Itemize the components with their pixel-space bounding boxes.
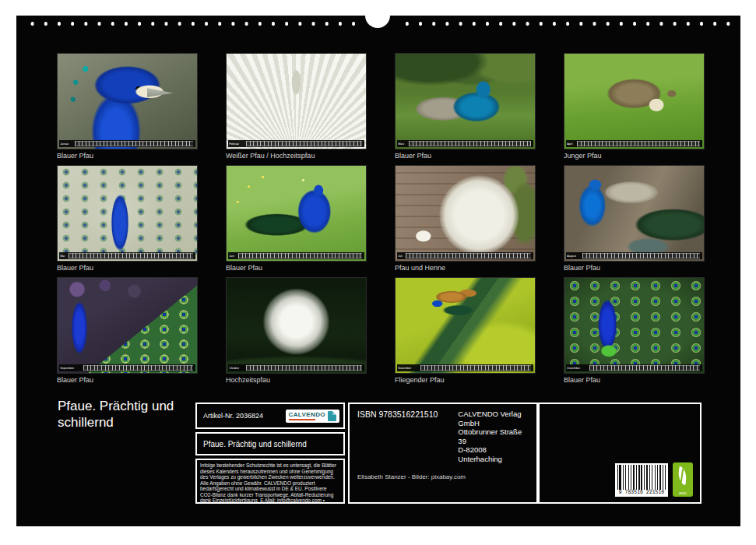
imprint-left-box: Artikel-Nr. 2036824 CALVENDO Pfaue. Präc… <box>195 403 345 504</box>
thumb-caption: Blauer Pfau <box>395 152 536 160</box>
calendar-thumb: Mai Blauer Pfau <box>57 165 198 272</box>
mini-month-label: Oktober <box>228 367 239 370</box>
calendar-thumb: Juli Pfau und Henne <box>395 165 536 272</box>
peacock-photo: Oktober <box>226 277 367 374</box>
mini-calendar-strip: August <box>566 252 702 259</box>
eco-logo: eco <box>673 462 693 497</box>
mini-day-cells <box>589 365 700 371</box>
mini-month-label: Mai <box>59 255 65 258</box>
mini-day-cells <box>582 253 700 258</box>
mini-calendar-strip: Februar <box>228 140 364 147</box>
barcode-group: 9 783516 221510 eco <box>615 462 693 497</box>
calvendo-wordmark: CALVENDO <box>289 412 326 418</box>
calendar-thumb: November Fliegender Pfau <box>395 277 536 385</box>
publisher-name: CALVENDO Verlag GmbH <box>458 410 529 427</box>
calendar-title-line2: schillernd <box>58 414 174 431</box>
peacock-photo: August <box>564 165 705 262</box>
box-calendar-title: Pfaue. Prächtig und schillernd <box>195 432 345 455</box>
calendar-title-line1: Pfaue. Prächtig und <box>58 398 174 414</box>
mini-month-label: September <box>59 367 74 370</box>
barcode-digits: 9 783516 221510 <box>617 490 666 496</box>
mini-day-cells <box>75 141 193 146</box>
calendar-thumb: Dezember Blauer Pfau <box>564 277 705 385</box>
thumb-caption: Hochzeitspfau <box>226 376 367 385</box>
calendar-thumb: Oktober Hochzeitspfau <box>226 277 367 385</box>
peacock-photo: November <box>395 277 536 374</box>
barcode-bars <box>617 465 666 490</box>
mini-day-cells <box>406 253 531 258</box>
article-number-row: Artikel-Nr. 2036824 CALVENDO <box>195 403 345 429</box>
calvendo-tagline-bar <box>289 419 315 420</box>
mini-month-label: November <box>397 367 411 370</box>
thumb-caption: Pfau und Henne <box>395 264 536 272</box>
mini-day-cells <box>577 141 700 146</box>
mini-day-cells <box>69 253 193 258</box>
mini-day-cells <box>246 365 362 371</box>
publisher-address: CALVENDO Verlag GmbH Ottobrunner Straße … <box>458 410 529 463</box>
mini-calendar-strip: März <box>397 140 533 147</box>
peacock-photo: September <box>57 277 198 374</box>
thumb-caption: Junger Pfau <box>564 152 705 160</box>
peacock-photo: Februar <box>226 53 367 149</box>
mini-calendar-strip: Januar <box>59 140 195 147</box>
thumb-caption: Blauer Pfau <box>57 264 198 272</box>
peacock-photo: Juli <box>395 165 536 262</box>
mini-day-cells <box>238 253 362 258</box>
calendar-thumb: September Blauer Pfau <box>57 277 198 385</box>
thumb-caption: Blauer Pfau <box>564 264 705 272</box>
mini-calendar-strip: Juni <box>228 252 364 259</box>
calendar-page-icon <box>328 411 336 421</box>
peacock-photo: Dezember <box>564 277 705 374</box>
mini-calendar-strip: Mai <box>59 252 195 259</box>
calendar-thumb: März Blauer Pfau <box>395 53 536 160</box>
calendar-thumb: Januar Blauer Pfau <box>57 53 198 160</box>
legal-text-box: Infolge bestehender Schutzrechte ist es … <box>195 459 345 504</box>
calvendo-wordmark-wrap: CALVENDO <box>289 412 326 420</box>
calendar-back-sheet: Januar Blauer Pfau Februar Weißer Pfau /… <box>16 16 740 526</box>
mini-calendar-strip: Juli <box>397 252 533 259</box>
mini-month-label: April <box>566 142 573 146</box>
publisher-box: ISBN 9783516221510 CALVENDO Verlag GmbH … <box>348 403 538 504</box>
peacock-photo: Juni <box>226 165 367 262</box>
mini-month-label: Juli <box>397 255 403 258</box>
ean-barcode: 9 783516 221510 <box>615 463 668 497</box>
calendar-thumb: April Junger Pfau <box>564 53 705 160</box>
mini-calendar-strip: November <box>397 364 533 371</box>
mini-month-label: Juni <box>228 255 234 258</box>
barcode-box: 9 783516 221510 eco <box>538 403 701 504</box>
month-thumbnail-grid: Januar Blauer Pfau Februar Weißer Pfau /… <box>57 53 705 385</box>
author-credit: Elisabeth Stanzer - Bilder: pixabay.com <box>357 473 529 480</box>
leaf-icon <box>676 466 690 485</box>
article-number: Artikel-Nr. 2036824 <box>203 412 263 420</box>
thumb-caption: Blauer Pfau <box>57 376 198 385</box>
mini-calendar-strip: Oktober <box>228 364 364 371</box>
mini-day-cells <box>409 141 531 146</box>
legal-text: Infolge bestehender Schutzrechte ist es … <box>200 462 336 504</box>
mini-day-cells <box>420 365 531 371</box>
calvendo-logo: CALVENDO <box>286 410 340 423</box>
isbn: ISBN 9783516221510 <box>357 410 438 463</box>
mini-day-cells <box>83 365 193 371</box>
mini-day-cells <box>246 141 362 146</box>
peacock-photo: März <box>395 53 536 149</box>
mini-month-label: Januar <box>59 142 69 146</box>
calendar-title: Pfaue. Prächtig und schillernd <box>58 398 174 431</box>
peacock-photo: Mai <box>57 165 198 262</box>
mini-month-label: Dezember <box>566 367 580 370</box>
thumb-caption: Fliegender Pfau <box>395 376 536 385</box>
publisher-city: D-82008 Unterhaching <box>458 445 529 463</box>
calendar-thumb: August Blauer Pfau <box>564 165 705 272</box>
mini-calendar-strip: September <box>59 364 195 371</box>
mini-calendar-strip: Dezember <box>566 364 702 371</box>
mini-month-label: August <box>566 255 576 258</box>
calendar-thumb: Februar Weißer Pfau / Hochzeitspfau <box>226 53 367 160</box>
calendar-thumb: Juni Blauer Pfau <box>226 165 367 272</box>
thumb-caption: Blauer Pfau <box>564 376 705 385</box>
thumb-caption: Weißer Pfau / Hochzeitspfau <box>226 152 367 160</box>
eco-label: eco <box>679 490 687 496</box>
thumb-caption: Blauer Pfau <box>57 152 198 160</box>
peacock-photo: Januar <box>57 53 198 149</box>
isbn-address-row: ISBN 9783516221510 CALVENDO Verlag GmbH … <box>357 410 529 463</box>
thumb-caption: Blauer Pfau <box>226 264 367 272</box>
peacock-photo: April <box>564 53 705 149</box>
